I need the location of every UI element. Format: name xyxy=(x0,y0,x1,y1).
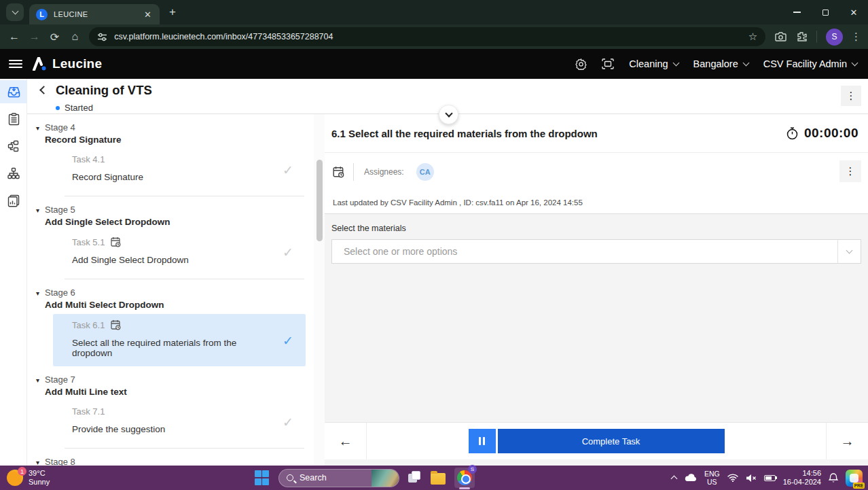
select-chevron-icon[interactable] xyxy=(838,251,861,253)
weather-widget[interactable]: 1 39°CSunny xyxy=(7,469,156,487)
rail-checklist-icon[interactable] xyxy=(0,107,27,130)
use-case-selector[interactable]: Cleaning xyxy=(629,58,678,69)
rail-process-flow-icon[interactable] xyxy=(0,135,27,158)
chrome-profile-badge: S xyxy=(468,465,477,474)
site-info-icon[interactable] xyxy=(97,32,107,42)
assignees-label: Assignees: xyxy=(364,167,404,177)
task-title: 6.1 Select all the required materials fr… xyxy=(331,128,786,139)
back-chevron-icon[interactable] xyxy=(39,86,48,94)
job-menu-button[interactable]: ⋮ xyxy=(841,86,861,106)
start-button[interactable] xyxy=(255,470,270,485)
new-tab-button[interactable]: + xyxy=(169,5,176,19)
stage-header[interactable]: ▾ Stage 8 Add Single Line text xyxy=(27,457,314,466)
pause-task-button[interactable] xyxy=(469,429,496,453)
task-complete-check-icon: ✓ xyxy=(283,333,293,349)
rail-hierarchy-icon[interactable] xyxy=(0,162,27,185)
time: 14:56 xyxy=(783,469,821,478)
forward-button[interactable]: → xyxy=(24,31,45,43)
task-complete-check-icon: ✓ xyxy=(283,162,293,178)
onedrive-cloud-icon[interactable] xyxy=(684,474,697,482)
stage-label: Stage 7 xyxy=(45,374,127,385)
stage-section: ▾ Stage 6 Add Multi Select Dropdown Task… xyxy=(27,279,314,366)
search-placeholder: Search xyxy=(300,473,372,483)
stage-label: Stage 8 xyxy=(45,457,133,466)
role-selector[interactable]: CSV Facility Admin xyxy=(763,58,857,69)
taskbar-search[interactable]: Search xyxy=(278,469,399,487)
task-item[interactable]: Task 7.1 Provide the suggestion ✓ xyxy=(53,401,306,442)
reload-button[interactable]: ⟳ xyxy=(45,31,65,43)
file-explorer-button[interactable] xyxy=(431,473,446,485)
rail-inbox-icon[interactable] xyxy=(0,80,27,103)
scrollbar-thumb[interactable] xyxy=(317,160,323,241)
browser-tab[interactable]: L LEUCINE ✕ xyxy=(29,4,160,24)
previous-task-button[interactable]: ← xyxy=(325,423,367,459)
tab-close-icon[interactable]: ✕ xyxy=(141,10,154,20)
stage-section: ▾ Stage 8 Add Single Line text Task 8.1 xyxy=(27,449,314,466)
wifi-icon[interactable] xyxy=(727,474,738,482)
materials-multiselect[interactable]: Select one or more options xyxy=(331,239,861,264)
hidden-icons-chevron[interactable] xyxy=(671,476,678,483)
task-item[interactable]: Task 6.1 Select all the required materia… xyxy=(53,314,306,366)
chevron-down-icon xyxy=(12,7,18,14)
back-button[interactable]: ← xyxy=(4,31,24,43)
task-item[interactable]: Task 5.1 Add Single Select Dropdown ✓ xyxy=(53,231,306,273)
language-indicator[interactable]: ENGUS xyxy=(704,470,720,486)
status-dot-icon xyxy=(56,106,60,110)
window-restore-button[interactable] xyxy=(811,0,839,24)
stage-header[interactable]: ▾ Stage 7 Add Multi Line text xyxy=(27,374,314,397)
browser-menu-icon[interactable]: ⋮ xyxy=(851,31,861,43)
stage-header[interactable]: ▾ Stage 6 Add Multi Select Dropdown xyxy=(27,287,314,310)
settings-gear-icon[interactable] xyxy=(575,58,587,70)
clock[interactable]: 14:5616-04-2024 xyxy=(783,469,821,487)
bookmark-star-icon[interactable]: ☆ xyxy=(748,31,757,43)
chevron-down-icon xyxy=(672,59,679,66)
search-highlight-image[interactable] xyxy=(372,469,399,487)
assignee-avatar[interactable]: CA xyxy=(416,163,434,181)
next-task-button[interactable]: → xyxy=(826,423,868,459)
copilot-button[interactable]: PRE xyxy=(846,470,863,487)
task-meta-row: Assignees: CA ⋮ xyxy=(325,153,868,191)
browser-tab-strip: L LEUCINE ✕ + ✕ xyxy=(0,0,868,24)
task-number: Task 6.1 xyxy=(72,320,105,330)
stage-name: Add Multi Line text xyxy=(45,387,127,397)
toolbar-divider xyxy=(816,31,817,43)
collapse-triangle-icon: ▾ xyxy=(36,207,39,227)
task-number: Task 5.1 xyxy=(72,237,105,247)
brand-name: Leucine xyxy=(52,56,102,71)
browser-profile-avatar[interactable]: S xyxy=(826,29,843,46)
collapse-triangle-icon: ▾ xyxy=(36,377,39,397)
collapse-header-button[interactable] xyxy=(439,105,458,124)
task-number: Task 4.1 xyxy=(72,154,105,164)
leucine-logo-icon xyxy=(32,57,47,71)
task-menu-button[interactable]: ⋮ xyxy=(839,160,861,182)
task-item[interactable]: Task 4.1 Record Signature ✓ xyxy=(53,149,306,190)
complete-task-button[interactable]: Complete Task xyxy=(498,429,725,453)
hamburger-menu-icon[interactable] xyxy=(9,58,22,70)
url-text: csv.platform.leucinetech.com/inbox/47734… xyxy=(114,32,748,41)
stage-header[interactable]: ▾ Stage 4 Record Signature xyxy=(27,122,314,145)
window-close-button[interactable]: ✕ xyxy=(839,0,868,24)
task-name: Select all the required materials from t… xyxy=(72,338,269,358)
task-view-button[interactable] xyxy=(408,471,422,485)
tab-search-button[interactable] xyxy=(6,3,24,21)
notifications-bell-icon[interactable] xyxy=(829,473,838,483)
multiselect-placeholder: Select one or more options xyxy=(332,246,837,257)
address-bar[interactable]: csv.platform.leucinetech.com/inbox/47734… xyxy=(89,27,765,46)
search-icon xyxy=(287,474,293,481)
weather-temp: 39°C xyxy=(29,469,50,478)
screen-capture-icon[interactable] xyxy=(775,32,786,41)
app-header: Leucine Cleaning Bangalore CSV Facility … xyxy=(0,49,868,79)
rail-reports-icon[interactable] xyxy=(0,189,27,212)
battery-icon[interactable] xyxy=(764,475,776,481)
window-minimize-button[interactable] xyxy=(782,0,811,24)
scanner-icon[interactable] xyxy=(602,58,614,69)
facility-selector[interactable]: Bangalore xyxy=(693,58,748,69)
stage-label: Stage 5 xyxy=(45,205,170,215)
stage-list-scrollbar[interactable] xyxy=(314,114,325,466)
home-button[interactable]: ⌂ xyxy=(65,31,85,43)
stage-header[interactable]: ▾ Stage 5 Add Single Select Dropdown xyxy=(27,205,314,227)
extensions-puzzle-icon[interactable] xyxy=(796,31,807,42)
chrome-taskbar-button[interactable]: S xyxy=(454,468,475,488)
task-detail-pane: 6.1 Select all the required materials fr… xyxy=(325,114,868,466)
volume-muted-icon[interactable] xyxy=(746,474,757,483)
